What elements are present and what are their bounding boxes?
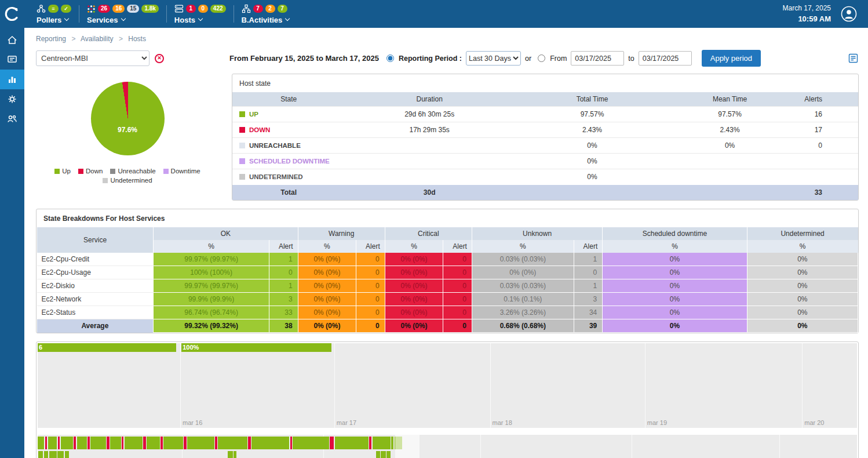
breakdown-sub-header: %Alert %Alert %Alert %Alert % % <box>37 240 858 253</box>
ba-ok-badge[interactable]: 7 <box>278 5 287 13</box>
col-state: State <box>232 92 345 107</box>
hosts-label: Hosts <box>174 16 195 24</box>
breadcrumb: Reporting > Availability > Hosts <box>24 28 868 45</box>
bactivities-status-row: 7 2 7 <box>242 4 290 14</box>
service-name[interactable]: Ec2-Diskio <box>37 279 154 293</box>
col-warning: Warning <box>298 227 385 240</box>
average-label: Average <box>37 319 154 333</box>
overview-timeline[interactable]: fevmaravrmaijui <box>38 435 857 458</box>
legend-swatch-downtime <box>163 169 169 174</box>
table-row: SCHEDULED DOWNTIME 0% <box>232 154 858 169</box>
export-report[interactable] <box>848 53 859 64</box>
pie-column: 97.6% Up Down Unreachable Downtime Undet… <box>36 74 219 184</box>
chevron-down-icon <box>198 16 203 21</box>
breadcrumb-separator: > <box>119 35 123 43</box>
clear-selection-icon[interactable]: ✕ <box>155 54 164 63</box>
top-nav: ≡ ✓ Pollers 26 16 <box>24 0 297 28</box>
host-state-panel: Host state State Duration Total Time Mea… <box>232 74 859 201</box>
breadcrumb-availability[interactable]: Availability <box>81 35 113 43</box>
host-filter-group: Centreon-MBI ✕ <box>36 50 229 66</box>
breadcrumb-reporting[interactable]: Reporting <box>36 35 66 43</box>
hosts-status-row: 1 0 422 <box>174 4 226 14</box>
nav-bactivities[interactable]: 7 2 7 B.Activities <box>234 4 297 24</box>
chevron-down-icon <box>64 16 69 21</box>
service-breakdown-table: Service OK Warning Critical Unknown Sche… <box>37 227 858 333</box>
nav-hosts[interactable]: 1 0 422 Hosts <box>167 4 234 24</box>
to-date-input[interactable] <box>639 51 692 66</box>
sidebar-item-home[interactable] <box>0 30 24 50</box>
state-color-down <box>239 127 245 133</box>
service-breakdown-panel: State Breakdowns For Host Services Servi… <box>36 209 859 333</box>
service-name[interactable]: Ec2-Network <box>37 293 154 306</box>
legend-swatch-up <box>54 169 60 174</box>
legend-swatch-unreachable <box>110 169 115 174</box>
pollers-status-row: ≡ ✓ <box>37 4 71 14</box>
ba-critical-badge[interactable]: 7 <box>253 5 263 13</box>
col-mean-time: Mean Time <box>670 92 789 107</box>
pollers-label: Pollers <box>37 16 61 24</box>
reporting-period-radio[interactable] <box>386 54 394 62</box>
legend-item-undetermined: Undetermined <box>103 177 152 184</box>
table-row: Ec2-Cpu-Usage 100% (100%)0 0% (0%)0 0% (… <box>37 266 858 279</box>
service-name[interactable]: Ec2-Cpu-Credit <box>37 253 154 266</box>
centreon-logo[interactable] <box>0 0 24 28</box>
apply-period-button[interactable]: Apply period <box>702 50 761 67</box>
users-icon <box>6 113 18 125</box>
sidebar-item-configuration[interactable] <box>0 89 24 109</box>
state-color-up <box>239 111 245 117</box>
to-label: to <box>628 54 634 63</box>
sidebar <box>0 28 24 458</box>
sidebar-item-monitoring[interactable] <box>0 50 24 70</box>
chevron-down-icon <box>121 16 125 21</box>
state-color-downtime <box>239 158 245 164</box>
services-pending-badge[interactable]: 15 <box>127 5 139 13</box>
service-name[interactable]: Ec2-Cpu-Usage <box>37 266 154 279</box>
ba-warning-badge[interactable]: 2 <box>265 5 275 13</box>
host-select[interactable]: Centreon-MBI <box>36 50 149 66</box>
availability-timeline[interactable]: mar 16mar 17mar 18mar 19mar 206100% <box>38 343 857 428</box>
period-select[interactable]: Last 30 Days <box>466 51 521 66</box>
pie-percentage-label: 97.6% <box>118 126 137 134</box>
host-state-table: State Duration Total Time Mean Time Aler… <box>232 92 858 200</box>
poller-latency-badge: ✓ <box>61 5 71 13</box>
filter-bar: Centreon-MBI ✕ From February 15, 2025 to… <box>24 45 868 72</box>
hosts-up-badge[interactable]: 422 <box>210 5 226 13</box>
table-row: UNDETERMINED 0% <box>232 169 858 185</box>
legend-swatch-down <box>78 169 83 174</box>
service-name[interactable]: Ec2-Status <box>37 306 154 319</box>
breakdown-group-header: Service OK Warning Critical Unknown Sche… <box>37 227 858 240</box>
legend-item-downtime: Downtime <box>163 168 200 175</box>
poller-database-badge: ≡ <box>48 5 59 13</box>
from-date-input[interactable] <box>571 51 624 66</box>
user-profile-icon[interactable] <box>840 5 858 23</box>
custom-period-radio[interactable] <box>538 54 545 62</box>
business-activities-icon <box>242 4 251 13</box>
monitoring-icon <box>6 54 18 66</box>
clock: March 17, 2025 10:59 AM <box>783 3 831 26</box>
main-content: Reporting > Availability > Hosts Centreo… <box>24 0 868 458</box>
breadcrumb-hosts: Hosts <box>128 35 146 43</box>
table-row: DOWN 17h 29m 35s 2.43% 2.43% 17 <box>232 122 858 138</box>
chevron-down-icon <box>285 16 290 21</box>
hosts-unreachable-badge[interactable]: 0 <box>198 5 208 13</box>
bactivities-label: B.Activities <box>242 16 283 24</box>
services-ok-badge[interactable]: 1.8k <box>141 5 158 13</box>
nav-pollers[interactable]: ≡ ✓ Pollers <box>29 4 79 24</box>
sidebar-item-administration[interactable] <box>0 109 24 129</box>
nav-services[interactable]: 26 16 15 1.8k Services <box>79 4 166 24</box>
sidebar-item-reporting[interactable] <box>0 70 24 89</box>
period-summary: From February 15, 2025 to March 17, 2025 <box>229 54 379 63</box>
col-alerts: Alerts <box>789 92 858 107</box>
or-label: or <box>525 54 531 63</box>
hosts-down-badge[interactable]: 1 <box>186 5 196 13</box>
pie-legend: Up Down Unreachable Downtime Undetermine… <box>54 165 200 184</box>
col-undetermined: Undetermined <box>747 227 858 240</box>
export-icon <box>848 53 859 64</box>
services-label: Services <box>87 16 118 24</box>
pollers-icon <box>37 4 46 13</box>
table-row: Ec2-Status 96.74% (96.74%)33 0% (0%)0 0%… <box>37 306 858 319</box>
services-critical-badge[interactable]: 26 <box>98 5 110 13</box>
table-row: UNREACHABLE 0% 0% 0 <box>232 138 858 154</box>
services-warning-badge[interactable]: 16 <box>112 5 125 13</box>
current-date: March 17, 2025 <box>783 3 831 14</box>
